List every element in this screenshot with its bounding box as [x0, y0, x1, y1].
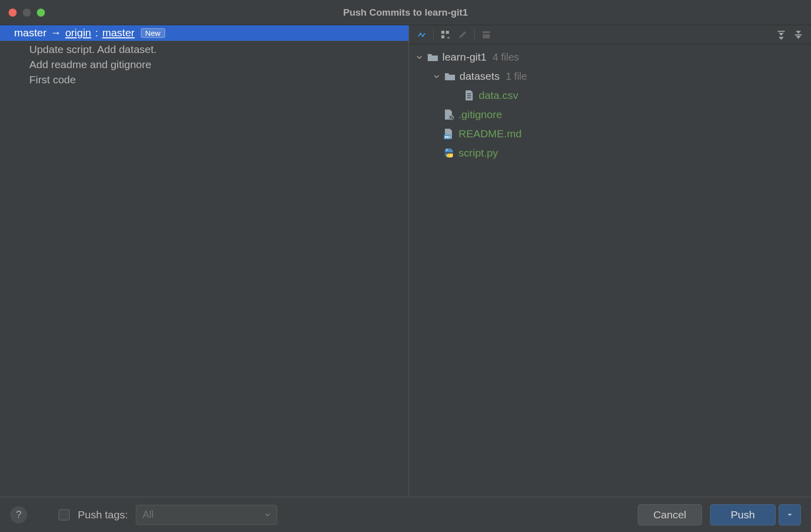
toolbar-separator: [474, 29, 475, 41]
expand-all-icon[interactable]: [773, 27, 790, 42]
svg-rect-1: [446, 31, 449, 34]
close-window-button[interactable]: [9, 9, 17, 17]
local-branch: master: [14, 27, 46, 39]
main-content: master → origin : master New Update scri…: [0, 25, 811, 497]
push-dropdown-button[interactable]: [779, 504, 801, 525]
svg-rect-3: [483, 31, 490, 33]
edit-icon: [454, 27, 471, 42]
tree-folder-root[interactable]: learn-git1 4 files: [409, 47, 811, 67]
question-icon: ?: [16, 509, 21, 520]
titlebar: Push Commits to learn-git1: [0, 0, 811, 25]
toolbar-separator: [433, 29, 434, 41]
commit-item[interactable]: Add readme and gitignore: [0, 57, 409, 72]
folder-icon: [444, 71, 455, 82]
help-button[interactable]: ?: [10, 506, 27, 523]
svg-rect-0: [441, 31, 444, 34]
folder-label: datasets: [460, 70, 499, 82]
svg-rect-2: [441, 35, 444, 38]
chevron-down-icon[interactable]: [432, 72, 440, 80]
push-button[interactable]: Push: [710, 504, 776, 525]
push-tags-combo[interactable]: All: [136, 505, 277, 525]
combo-value: All: [142, 509, 154, 520]
svg-rect-7: [467, 93, 471, 94]
group-by-icon[interactable]: [437, 27, 454, 42]
svg-rect-8: [467, 95, 471, 96]
svg-point-15: [446, 149, 447, 150]
push-tags-checkbox[interactable]: [59, 509, 70, 520]
minimize-window-button[interactable]: [23, 9, 31, 17]
new-badge: New: [141, 28, 165, 38]
file-label: README.md: [459, 128, 522, 140]
svg-point-16: [450, 155, 451, 156]
svg-text:MD: MD: [445, 135, 450, 139]
remote-name[interactable]: origin: [65, 27, 91, 39]
revert-icon: [478, 27, 495, 42]
chevron-down-icon[interactable]: [415, 53, 423, 61]
zoom-window-button[interactable]: [37, 9, 45, 17]
cancel-button[interactable]: Cancel: [638, 504, 702, 525]
chevron-down-icon: [265, 512, 271, 518]
commits-pane: master → origin : master New Update scri…: [0, 25, 409, 497]
files-pane: learn-git1 4 files datasets 1 file data: [409, 25, 811, 497]
files-toolbar: [409, 25, 811, 44]
tree-folder[interactable]: datasets 1 file: [409, 67, 811, 86]
arrow-icon: →: [50, 27, 61, 39]
folder-label: learn-git1: [442, 51, 487, 63]
markdown-file-icon: MD: [443, 128, 454, 139]
file-count: 1 file: [505, 71, 527, 82]
svg-rect-6: [795, 34, 802, 35]
file-label: data.csv: [479, 89, 518, 101]
window-title: Push Commits to learn-git1: [343, 7, 468, 18]
file-label: script.py: [459, 147, 498, 159]
collapse-all-icon[interactable]: [790, 27, 807, 42]
tree-file[interactable]: .gitignore: [409, 105, 811, 124]
commit-item[interactable]: Update script. Add dataset.: [0, 42, 409, 57]
tree-file[interactable]: script.py: [409, 143, 811, 163]
svg-rect-4: [483, 34, 490, 38]
svg-rect-9: [467, 97, 471, 98]
branch-row[interactable]: master → origin : master New: [0, 25, 409, 41]
folder-icon: [427, 51, 438, 63]
commit-item[interactable]: First code: [0, 72, 409, 87]
svg-rect-5: [778, 31, 785, 32]
file-count: 4 files: [493, 51, 519, 63]
dialog-footer: ? Push tags: All Cancel Push: [0, 497, 811, 532]
push-button-group: Push: [710, 504, 801, 525]
window-controls: [9, 9, 45, 17]
remote-branch[interactable]: master: [102, 27, 134, 39]
file-icon: [464, 90, 475, 101]
colon: :: [95, 27, 98, 39]
commit-list: Update script. Add dataset. Add readme a…: [0, 41, 409, 88]
tree-file[interactable]: data.csv: [409, 86, 811, 105]
tree-file[interactable]: MD README.md: [409, 124, 811, 143]
gitignore-file-icon: [443, 109, 454, 120]
caret-down-icon: [787, 512, 793, 518]
file-tree: learn-git1 4 files datasets 1 file data: [409, 44, 811, 166]
python-file-icon: [443, 147, 454, 158]
push-tags-label: Push tags:: [78, 509, 128, 521]
show-diff-icon[interactable]: [413, 27, 430, 42]
file-label: .gitignore: [459, 109, 502, 121]
